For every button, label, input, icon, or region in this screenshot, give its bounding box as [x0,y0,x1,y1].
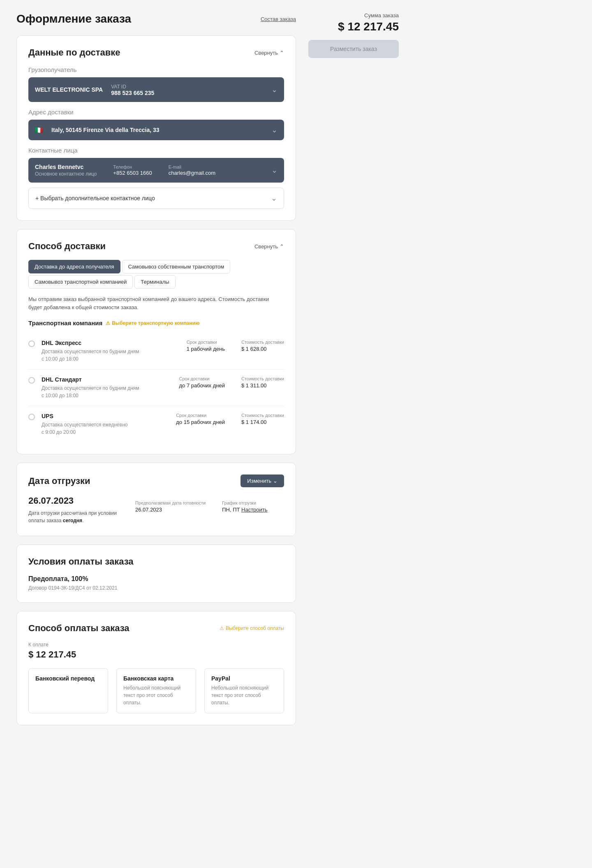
consignee-chevron-icon: ⌄ [271,85,278,94]
dhl-express-cost: Стоимость доставки $ 1 628.00 [241,340,284,352]
sidebar-order-total: Сумма заказа $ 12 217.45 [308,12,399,33]
address-text: Italy, 50145 Firenze Via della Treccia, … [51,127,160,133]
shipment-date-card: Дата отгрузки Изменить ⌄ 26.07.2023 Дата… [16,463,296,536]
bank-transfer-name: Банковский перевод [35,675,101,682]
paypal-name: PayPal [211,675,277,682]
radio-dhl-express[interactable] [28,340,35,347]
shipment-date-value: 26.07.2023 [28,495,119,506]
shipment-note-today: сегодня [63,518,82,523]
delivery-note: Мы отправим заказ выбранной транспортной… [28,295,284,311]
add-contact-row[interactable]: + Выбрать дополнительное контактное лицо… [28,187,284,209]
page-title: Оформление заказа [16,12,131,25]
bank-card-name: Банковская карта [123,675,189,682]
transport-warning: ⚠ Выберите транспортную компанию [106,320,199,326]
contact-chevron-icon: ⌄ [271,166,278,175]
italy-flag-icon: 🇮🇹 [35,126,43,134]
dhl-express-time: Срок доставки 1 рабочий день [187,340,225,352]
vat-label: VAT ID [111,84,154,90]
payment-option-bank-card[interactable]: Банковская карта Небольшой поясняющий те… [116,668,196,713]
chevron-down-icon-change: ⌄ [273,478,278,484]
transport-option-dhl-express[interactable]: DHL Экспресс Доставка осуществляется по … [28,333,284,370]
payment-amount: $ 12 217.45 [28,649,284,660]
contacts-label: Контактные лица [28,147,284,154]
payment-conditions-card: Условия оплаты заказа Предоплата, 100% Д… [16,544,296,603]
delivery-method-title: Способ доставки [28,241,106,252]
consignee-name: WELT ELECTRONIC SPA [35,86,103,93]
contact-role: Основное контактное лицо [35,171,97,177]
dhl-express-name: DHL Экспресс [42,340,180,346]
transport-option-dhl-standard[interactable]: DHL Стандарт Доставка осуществляется по … [28,370,284,406]
add-contact-btn-label: + Выбрать дополнительное контактное лицо [35,195,155,201]
payment-contract: Договор 0194-ЗК-19/ДС4 от 02.12.2021 [28,585,284,591]
dhl-standard-time: Срок доставки до 7 рабочих дней [179,376,225,389]
contact-phone: +852 6503 1660 [113,170,152,176]
vat-value: 988 523 665 235 [111,90,154,96]
ups-desc: Доставка осуществляется ежедневно с 9:00… [42,421,169,436]
address-chevron-icon: ⌄ [271,125,278,134]
ups-time: Срок доставки до 15 рабочих дней [176,413,225,425]
shipment-body: 26.07.2023 Дата отгрузки рассчитана при … [28,495,284,524]
consignee-label: Грузополучатель [28,66,284,73]
order-composition-link[interactable]: Состав заказа [261,16,296,22]
address-label: Адрес доставки [28,109,284,116]
add-contact-chevron-icon: ⌄ [271,194,277,203]
dhl-standard-cost: Стоимость доставки $ 1 311.00 [241,376,284,389]
delivery-method-collapse-btn[interactable]: Свернуть ⌃ [254,243,284,250]
warning-icon: ⚠ [106,320,110,326]
dhl-standard-name: DHL Стандарт [42,376,172,383]
ups-cost: Стоимость доставки $ 1 174.00 [241,413,284,425]
payment-options-row: Банковский перевод Банковская карта Небо… [28,668,284,713]
contact-selector[interactable]: Charles Bennetvc Основное контактное лиц… [28,158,284,183]
delivery-tabs: Доставка до адреса получателя Самовывоз … [28,260,284,289]
shipment-date-header: Дата отгрузки Изменить ⌄ [28,475,284,487]
chevron-up-icon: ⌃ [280,50,284,56]
address-selector[interactable]: 🇮🇹 Italy, 50145 Firenze Via della Trecci… [28,120,284,140]
bank-card-desc: Небольшой поясняющий текст про этот спос… [123,684,189,706]
radio-dhl-standard[interactable] [28,377,35,384]
transport-section-header: Транспортная компания ⚠ Выберите транспо… [28,319,284,326]
delivery-method-header: Способ доставки Свернуть ⌃ [28,241,284,252]
tab-terminals[interactable]: Терминалы [134,275,175,289]
payment-option-bank-transfer[interactable]: Банковский перевод [28,668,108,713]
payment-conditions-header: Условия оплаты заказа [28,556,284,567]
transport-option-ups[interactable]: UPS Доставка осуществляется ежедневно с … [28,406,284,442]
radio-ups[interactable] [28,414,35,420]
payment-method-card: Способ оплаты заказа ⚠ Выберите способ о… [16,611,296,725]
shipment-date-change-btn[interactable]: Изменить ⌄ [240,475,284,487]
delivery-data-card: Данные по доставке Свернуть ⌃ Грузополуч… [16,35,296,221]
sidebar-total-amount: $ 12 217.45 [308,20,399,33]
contact-email: charles@gmail.com [169,170,215,176]
delivery-method-card: Способ доставки Свернуть ⌃ Доставка до а… [16,229,296,454]
place-order-btn[interactable]: Разместить заказ [308,40,399,58]
paypal-desc: Небольшой поясняющий текст про этот спос… [211,684,277,706]
shipment-note: Дата отгрузки рассчитана при условии опл… [28,509,119,524]
consignee-selector[interactable]: WELT ELECTRONIC SPA VAT ID 988 523 665 2… [28,77,284,102]
page-header: Оформление заказа Состав заказа [16,12,296,25]
transport-options-list: DHL Экспресс Доставка осуществляется по … [28,333,284,442]
tab-delivery-address[interactable]: Доставка до адреса получателя [28,260,120,273]
sidebar: Сумма заказа $ 12 217.45 Разместить зака… [308,12,399,734]
shipment-schedule: График отгрузки ПН, ПТ Настроить [222,500,267,513]
ups-name: UPS [42,413,169,419]
tab-self-pickup-company[interactable]: Самовывоз транспортной компанией [28,275,133,289]
warning-icon-payment: ⚠ [220,625,224,631]
delivery-data-collapse-btn[interactable]: Свернуть ⌃ [254,50,284,56]
delivery-data-title: Данные по доставке [28,47,120,58]
payment-conditions-title: Условия оплаты заказа [28,556,134,567]
contact-name: Charles Bennetvc [35,164,97,170]
dhl-standard-desc: Доставка осуществляется по будним дням с… [42,384,172,399]
email-label: E-mail [169,164,215,169]
payment-method-title: Способ оплаты заказа [28,623,130,634]
shipment-date-title: Дата отгрузки [28,476,90,486]
dhl-express-desc: Доставка осуществляется по будним дням с… [42,348,180,363]
payment-method-warning: ⚠ Выберите способ оплаты [220,625,284,631]
tab-self-pickup-own[interactable]: Самовывоз собственным транспортом [122,260,231,273]
payment-condition-value: Предоплата, 100% [28,575,284,583]
estimated-readiness: Предполагаемая дата готовности 26.07.202… [135,500,206,513]
transport-section-label: Транспортная компания [28,319,102,326]
payment-option-paypal[interactable]: PayPal Небольшой поясняющий текст про эт… [204,668,284,713]
phone-label: Телефон [113,164,152,169]
payment-method-header: Способ оплаты заказа ⚠ Выберите способ о… [28,623,284,634]
chevron-up-icon-2: ⌃ [280,243,284,250]
schedule-configure-link[interactable]: Настроить [241,507,268,513]
